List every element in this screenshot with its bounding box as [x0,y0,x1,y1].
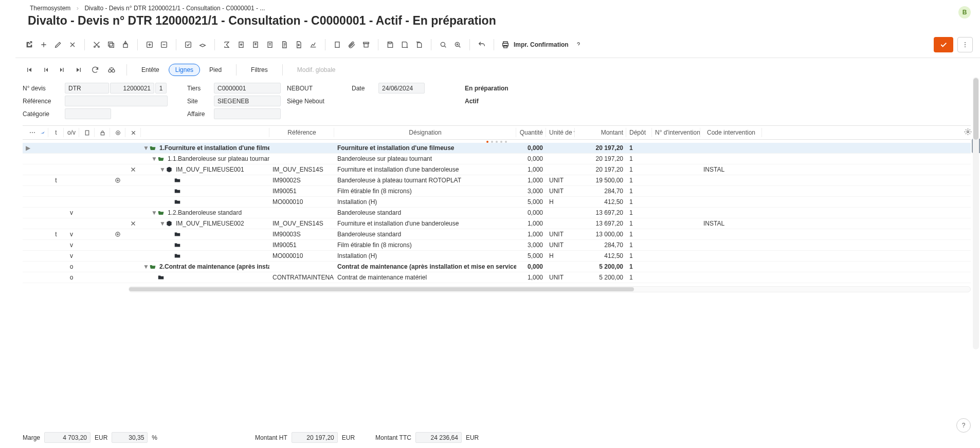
cell-tree[interactable] [141,188,269,195]
col-quantite[interactable]: Quantité [516,126,546,139]
document-icon[interactable] [278,38,291,51]
col-clipboard[interactable] [79,126,95,139]
user-badge[interactable]: B [958,6,971,18]
table-row[interactable]: v▼1.2.Banderoleuse standardBanderoleuse … [23,208,971,218]
clipboard-icon[interactable] [263,38,277,51]
table-row[interactable]: IM90051Film étirable fin (8 microns)3,00… [23,186,971,197]
cell-tree[interactable]: ▼1.1.Banderoleuse sur plateau tournant [141,155,269,162]
ndevis-prefix-input[interactable]: DTR [65,83,109,94]
table-row[interactable]: MO000010Installation (H)5,000H412,501 [23,197,971,208]
help-fab-button[interactable]: ? [956,418,971,433]
col-target[interactable] [110,126,125,139]
tab-lignes[interactable]: Lignes [169,64,200,76]
close-icon[interactable] [66,38,79,51]
col-tools[interactable] [125,126,141,139]
cell-tree[interactable]: ▼1.Fourniture et installation d'une film… [141,144,269,152]
tab-pied[interactable]: Pied [203,64,228,76]
ndevis-rev-input[interactable]: 1 [155,83,167,94]
categorie-input[interactable] [65,108,111,119]
table-row[interactable]: ▼1.1.Banderoleuse sur plateau tournantBa… [23,154,971,164]
table-row[interactable]: ▼IM_OUV_FILMEUSE001IM_OUV_ENS14SFournitu… [23,164,971,175]
cell-tree[interactable] [141,241,269,249]
refresh-icon[interactable] [88,63,102,77]
cell-tree[interactable] [141,177,269,184]
more-icon[interactable]: ⋯ [28,128,37,137]
cell-tree[interactable]: ▼IM_OUV_FILMEUSE002 [141,220,269,227]
col-codeinter[interactable]: Code intervention [700,126,762,139]
table-row[interactable]: vIM90051Film étirable fin (8 microns)3,0… [23,240,971,251]
table-row[interactable]: o▼2.Contrat de maintenance (après instal… [23,262,971,272]
marge-value[interactable]: 4 703,20 [44,432,90,443]
col-ninter[interactable]: N° d'intervention [652,126,700,139]
zoom-in-icon[interactable] [451,38,464,51]
sigma-icon[interactable] [220,38,233,51]
col-reference[interactable]: Référence [269,126,334,139]
cut-icon[interactable] [90,38,103,51]
clipboard-in-icon[interactable] [234,38,248,51]
tree-toggle-icon[interactable]: ▼ [159,220,165,227]
col-designation[interactable]: Désignation [334,126,516,139]
tree-toggle-icon[interactable]: ▼ [151,155,156,162]
cell-tree[interactable]: ▼1.2.Banderoleuse standard [141,209,269,216]
binoculars-icon[interactable] [105,63,118,77]
save-as-icon[interactable] [398,38,411,51]
paste-icon[interactable] [119,38,132,51]
col-lock[interactable] [95,126,110,139]
table-row[interactable]: ▼IM_OUV_FILMEUSE002IM_OUV_ENS14SFournitu… [23,218,971,229]
cell-tree[interactable] [141,274,269,281]
save-all-icon[interactable] [412,38,426,51]
marge-pct-value[interactable]: 30,35 [112,432,148,443]
print-confirmation-button[interactable]: Impr. Confirmation [501,41,569,49]
help-icon[interactable] [572,38,585,51]
steps-icon[interactable] [38,128,47,137]
first-record-icon[interactable] [23,63,36,77]
table-row[interactable]: vMO000010Installation (H)5,000H412,501 [23,251,971,262]
save-icon[interactable] [384,38,397,51]
cell-tree[interactable] [141,252,269,259]
check-box-icon[interactable] [182,38,195,51]
table-row[interactable]: ▶▼1.Fourniture et installation d'une fil… [23,143,971,154]
clipboard-out-icon[interactable] [249,38,262,51]
kebab-menu-button[interactable] [957,37,973,52]
cell-tree[interactable]: ▼2.Contrat de maintenance (après install… [141,263,269,270]
copy-icon[interactable] [104,38,118,51]
col-depot[interactable]: Dépôt [626,126,652,139]
prev-record-icon[interactable] [39,63,52,77]
montant-ht-value[interactable]: 20 197,20 [292,432,338,443]
add-box-icon[interactable] [143,38,156,51]
clipboard2-icon[interactable] [331,38,344,51]
document-down-icon[interactable] [292,38,305,51]
table-row[interactable]: tvIM90003SBanderoleuse standard1,000UNIT… [23,229,971,240]
horizontal-scrollbar[interactable] [129,286,971,292]
tab-filtres[interactable]: Filtres [245,64,274,76]
unflag-icon[interactable] [196,38,209,51]
cell-tree[interactable]: ▼IM_OUV_FILMEUSE001 [141,166,269,173]
tree-toggle-icon[interactable]: ▼ [159,166,165,173]
table-row[interactable]: oCONTRATMAINTENANCEContrat de maintenanc… [23,272,971,283]
cell-tree[interactable] [141,198,269,206]
last-record-icon[interactable] [72,63,85,77]
ndevis-number-input[interactable]: 12000021 [110,83,154,94]
undo-icon[interactable] [475,38,488,51]
vertical-scrollbar[interactable] [973,77,979,349]
search-icon[interactable] [437,38,450,51]
plus-icon[interactable] [37,38,50,51]
affaire-input[interactable] [214,108,281,119]
montant-ttc-value[interactable]: 24 236,64 [415,432,462,443]
reference-input[interactable] [65,96,168,106]
edit-icon[interactable] [51,38,65,51]
col-t[interactable]: t [48,126,64,139]
col-montant[interactable]: Montant [575,126,626,139]
cell-tree[interactable] [141,231,269,238]
validate-button[interactable] [934,37,953,52]
archive-icon[interactable] [359,38,373,51]
date-input[interactable]: 24/06/2024 [378,83,425,94]
remove-box-icon[interactable] [157,38,171,51]
tiers-input[interactable]: C0000001 [214,83,281,94]
chart-icon[interactable] [306,38,320,51]
site-input[interactable]: SIEGENEB [214,96,281,106]
row-selector[interactable]: ▶ [23,144,48,152]
new-icon[interactable] [23,38,36,51]
tree-toggle-icon[interactable]: ▼ [151,209,156,216]
paperclip-icon[interactable] [345,38,358,51]
